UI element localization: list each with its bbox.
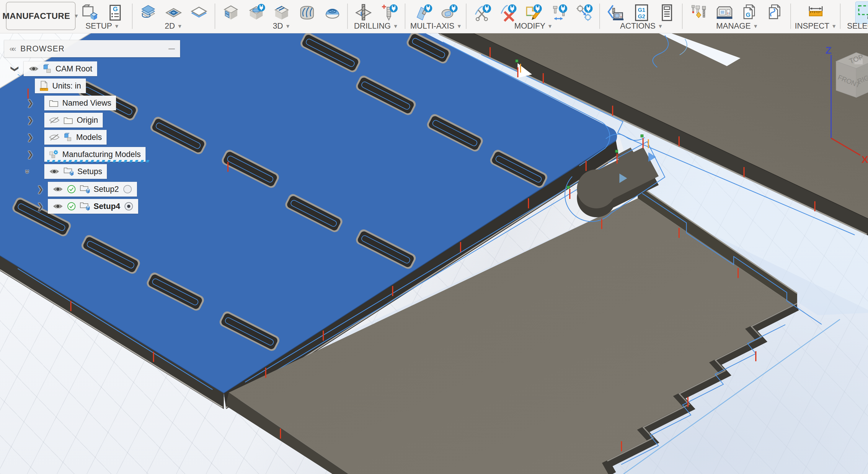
radio-selected-icon[interactable] <box>124 201 133 211</box>
3d-group-label[interactable]: 3D ▼ <box>217 22 346 31</box>
active-model-dashed-indicator <box>47 160 151 162</box>
expand-chevron-icon[interactable]: » <box>23 169 32 173</box>
setups-folder-icon <box>80 185 90 194</box>
trim-toolpath-icon[interactable] <box>471 1 494 24</box>
thread-icon[interactable] <box>378 1 400 24</box>
setups-folder-icon <box>80 201 90 211</box>
2d-pocket-icon[interactable] <box>162 1 185 24</box>
expand-chevron-icon[interactable]: ❯ <box>27 99 34 108</box>
toolbar-divider <box>840 4 841 29</box>
nc-program-icon[interactable]: G <box>104 1 126 24</box>
cam-root-icon <box>43 64 52 74</box>
edit-pattern-icon[interactable] <box>522 1 545 24</box>
3d-adaptive-icon[interactable] <box>220 1 242 24</box>
toolbar-divider <box>599 4 600 29</box>
measure-icon[interactable] <box>805 1 827 24</box>
nc-code-icon[interactable]: G1G2 <box>630 1 653 24</box>
browser-row-setup4[interactable]: Setup4 <box>48 199 138 214</box>
browser-row-setup2[interactable]: Setup2 <box>48 182 137 196</box>
toolbar-group-actions: G1G2 ACTIONS ▼ <box>602 0 681 33</box>
eye-icon[interactable] <box>49 168 60 175</box>
app-window: Z X TOP FRONT RIGHT MANUFACTURE▼ G SETUP… <box>0 0 868 474</box>
expand-chevron-icon[interactable]: ❯ <box>37 202 44 211</box>
actions-group-label[interactable]: ACTIONS ▼ <box>602 22 681 31</box>
setup-sheet-icon[interactable] <box>656 1 678 24</box>
window-select-icon[interactable] <box>855 1 868 24</box>
rotary-icon[interactable] <box>438 1 460 24</box>
toolbar-group-drilling: DRILLING ▼ <box>349 0 403 33</box>
post-library-icon[interactable]: G <box>739 1 761 24</box>
3d-morph-icon[interactable] <box>321 1 344 24</box>
modify-group-label[interactable]: MODIFY ▼ <box>469 22 598 31</box>
browser-row-label: CAM Root <box>56 64 92 73</box>
setup-group-label[interactable]: SETUP ▼ <box>74 22 130 31</box>
workspace-label: MANUFACTURE <box>2 11 70 21</box>
browser-header: «« BROWSER ─ <box>4 40 180 57</box>
expand-chevron-icon[interactable]: ❯ <box>27 116 34 125</box>
browser-row-models[interactable]: Models <box>44 130 106 145</box>
axis-z-label: Z <box>826 44 832 56</box>
toolbar-group-3d: 3D ▼ <box>217 0 346 33</box>
delete-toolpath-icon[interactable] <box>497 1 519 24</box>
expand-chevron-icon[interactable]: ❯ <box>27 133 34 142</box>
new-setup-icon[interactable] <box>79 1 101 24</box>
multiaxis-group-label[interactable]: MULTI-AXIS ▼ <box>407 22 465 31</box>
eye-icon[interactable] <box>28 65 39 73</box>
minimize-icon[interactable]: ─ <box>168 44 175 54</box>
browser-row-manufacturing-models[interactable]: Manufacturing Models <box>44 147 146 162</box>
swarf-icon[interactable] <box>412 1 435 24</box>
units-icon <box>39 81 49 91</box>
3d-parallel-icon[interactable] <box>271 1 293 24</box>
browser-row-origin[interactable]: Origin <box>44 113 103 127</box>
eye-icon[interactable] <box>53 202 63 210</box>
inspect-group-label[interactable]: INSPECT ▼ <box>793 22 838 31</box>
toolbar-group-manage: G MANAGE ▼ <box>685 0 789 33</box>
svg-text:G: G <box>746 11 750 18</box>
setups-folder-icon <box>63 167 73 176</box>
check-ok-icon <box>67 185 76 194</box>
browser-row-label: Setup4 <box>94 202 120 211</box>
browser-row-label: Origin <box>77 116 98 125</box>
tool-change-icon[interactable] <box>548 1 570 24</box>
toolbar-group-setup: G SETUP ▼ <box>74 0 130 33</box>
expand-chevron-icon[interactable]: ❯ <box>27 150 34 159</box>
move-toolpath-icon[interactable] <box>573 1 595 24</box>
radio-unselected-icon[interactable] <box>123 185 132 194</box>
eye-off-icon[interactable] <box>49 116 60 124</box>
select-group-label[interactable]: SELECT <box>843 22 868 31</box>
toolbar-group-2d: 2D ▼ <box>133 0 214 33</box>
2d-group-label[interactable]: 2D ▼ <box>133 22 214 31</box>
expand-chevron-icon[interactable]: ❯ <box>10 66 20 72</box>
manufacturing-models-icon <box>49 149 58 159</box>
browser-row-label: Models <box>76 133 102 142</box>
viewport-canvas[interactable]: Z X TOP FRONT RIGHT <box>0 0 868 474</box>
browser-row-cam-root[interactable]: CAM Root <box>24 61 97 76</box>
browser-row-setups[interactable]: Setups <box>44 164 107 179</box>
machine-library-icon[interactable] <box>713 1 736 24</box>
toolbar-divider <box>466 4 466 29</box>
workspace-switcher[interactable]: MANUFACTURE▼ <box>6 2 75 30</box>
collapse-panel-icon[interactable]: «« <box>9 44 14 54</box>
3d-contour-icon[interactable] <box>296 1 318 24</box>
browser-row-named-views[interactable]: Named Views <box>44 96 116 110</box>
toolbar-divider <box>132 4 132 29</box>
eye-icon[interactable] <box>53 185 63 193</box>
expand-chevron-icon[interactable]: ❯ <box>37 185 44 194</box>
toolbar-group-select: SELECT <box>843 0 868 33</box>
3d-pocket-icon[interactable] <box>245 1 268 24</box>
main-toolbar: MANUFACTURE▼ G SETUP ▼ 2D ▼ <box>0 0 868 33</box>
post-process-icon[interactable] <box>605 1 627 24</box>
tool-library-icon[interactable] <box>688 1 710 24</box>
manage-group-label[interactable]: MANAGE ▼ <box>685 22 789 31</box>
browser-row-units[interactable]: Units: in <box>35 78 86 93</box>
toolbar-divider <box>215 4 215 29</box>
eye-off-icon[interactable] <box>49 133 60 141</box>
2d-contour-icon[interactable] <box>188 1 210 24</box>
template-library-icon[interactable] <box>764 1 786 24</box>
svg-text:G2: G2 <box>638 13 645 20</box>
toolbar-divider <box>682 4 683 29</box>
browser-row-label: Setup2 <box>94 185 119 194</box>
2d-adaptive-icon[interactable] <box>137 1 159 24</box>
drilling-group-label[interactable]: DRILLING ▼ <box>349 22 403 31</box>
drill-icon[interactable] <box>352 1 375 24</box>
